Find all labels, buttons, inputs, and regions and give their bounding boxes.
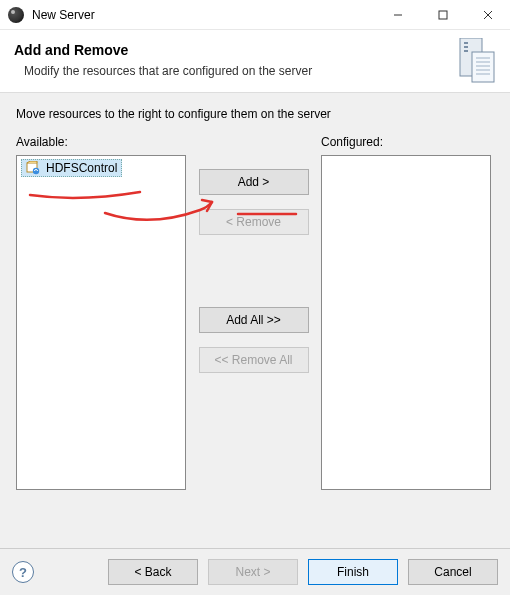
maximize-button[interactable]	[420, 0, 465, 29]
finish-button[interactable]: Finish	[308, 559, 398, 585]
window-controls	[375, 0, 510, 29]
server-icon	[454, 38, 498, 86]
add-all-button[interactable]: Add All >>	[199, 307, 309, 333]
svg-point-15	[33, 168, 39, 174]
svg-rect-6	[464, 46, 468, 48]
add-button[interactable]: Add >	[199, 169, 309, 195]
banner-subtitle: Modify the resources that are configured…	[14, 64, 496, 78]
close-button[interactable]	[465, 0, 510, 29]
available-label: Available:	[16, 135, 186, 149]
remove-all-button: << Remove All	[199, 347, 309, 373]
svg-rect-7	[464, 50, 468, 52]
available-column: Available: HDFSControl	[16, 135, 186, 490]
remove-button: < Remove	[199, 209, 309, 235]
svg-rect-8	[472, 52, 494, 82]
cancel-button[interactable]: Cancel	[408, 559, 498, 585]
configured-listbox[interactable]	[321, 155, 491, 490]
back-button[interactable]: < Back	[108, 559, 198, 585]
banner-heading: Add and Remove	[14, 42, 496, 58]
configured-label: Configured:	[321, 135, 491, 149]
eclipse-icon	[8, 7, 24, 23]
wizard-banner: Add and Remove Modify the resources that…	[0, 30, 510, 93]
available-listbox[interactable]: HDFSControl	[16, 155, 186, 490]
wizard-footer: ? < Back Next > Finish Cancel	[0, 548, 510, 595]
configured-column: Configured:	[321, 135, 491, 490]
available-item[interactable]: HDFSControl	[21, 159, 122, 177]
wizard-body: Move resources to the right to configure…	[0, 93, 510, 500]
available-item-label: HDFSControl	[46, 161, 117, 175]
svg-rect-5	[464, 42, 468, 44]
titlebar: New Server	[0, 0, 510, 30]
help-button[interactable]: ?	[12, 561, 34, 583]
transfer-buttons: Add > < Remove Add All >> << Remove All	[186, 135, 321, 387]
minimize-button[interactable]	[375, 0, 420, 29]
module-icon	[26, 161, 40, 175]
svg-rect-1	[439, 11, 447, 19]
window-title: New Server	[32, 8, 375, 22]
next-button: Next >	[208, 559, 298, 585]
instruction-text: Move resources to the right to configure…	[16, 107, 494, 121]
